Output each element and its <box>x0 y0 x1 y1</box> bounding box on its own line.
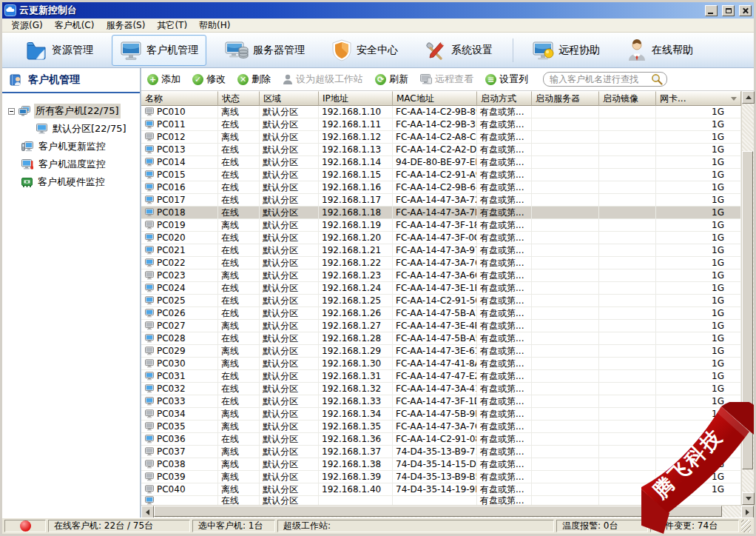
toolbar-online-help[interactable]: 在线帮助 <box>618 35 701 66</box>
table-row-pc027[interactable]: PC027离线默认分区192.168.1.27FC-AA-14-47-3E-4B… <box>141 320 741 332</box>
vertical-scrollbar[interactable] <box>741 91 754 505</box>
resize-grip[interactable] <box>741 520 751 532</box>
column-label: 状态 <box>222 93 240 105</box>
horizontal-scrollbar[interactable] <box>141 505 754 517</box>
table-row-pc028[interactable]: PC028在线默认分区192.168.1.28FC-AA-14-47-5B-A5… <box>141 332 741 345</box>
table-row-pc036[interactable]: PC036在线默认分区192.168.1.36FC-AA-14-C2-91-08… <box>141 433 741 446</box>
table-row-pc014[interactable]: PC014在线默认分区192.168.1.1494-DE-80-BE-97-EE… <box>141 156 741 169</box>
column-header-mac[interactable]: MAC地址 <box>393 91 477 106</box>
table-row-pc039[interactable]: PC039离线默认分区192.168.1.3974-D4-35-13-B9-B5… <box>141 471 741 483</box>
scroll-right-button[interactable] <box>741 506 754 518</box>
cell-status: 离线 <box>218 358 260 369</box>
modify-button[interactable]: ✓ 修改 <box>192 73 226 86</box>
minimize-button[interactable] <box>705 5 718 16</box>
table-row-pc019[interactable]: PC019离线默认分区192.168.1.19FC-AA-14-47-3F-18… <box>141 219 741 232</box>
toolbar-client-management[interactable]: 客户机管理 <box>112 35 206 66</box>
collapse-icon[interactable] <box>8 108 15 115</box>
refresh-button[interactable]: ⟳ 刷新 <box>375 73 408 86</box>
table-row-pc035[interactable]: PC035离线默认分区192.168.1.35FC-AA-14-47-3A-7C… <box>141 421 741 433</box>
vertical-scroll-track[interactable] <box>742 104 754 492</box>
table-row-pc015[interactable]: PC015在线默认分区192.168.1.15FC-AA-14-C2-91-A9… <box>141 169 741 181</box>
menu-resource[interactable]: 资源(G) <box>5 19 49 33</box>
cell-name: PC026 <box>141 307 218 319</box>
search-icon[interactable] <box>651 73 663 85</box>
search-input[interactable] <box>543 72 667 87</box>
tree-item-default-partition[interactable]: 默认分区[22/75] <box>2 120 140 138</box>
table-row-pc016[interactable]: PC016在线默认分区192.168.1.16FC-AA-14-C2-9B-64… <box>141 181 741 194</box>
cell-mac: 74-D4-35-14-15-D1 <box>393 458 477 470</box>
cell-boot-mode: 有盘或第... <box>477 194 532 206</box>
sidebar-title: 客户机管理 <box>28 73 80 87</box>
arrow-up-icon <box>746 96 752 99</box>
scroll-down-button[interactable] <box>742 492 755 505</box>
table-row-pc038[interactable]: PC038离线默认分区192.168.1.3874-D4-35-14-15-D1… <box>141 458 741 471</box>
delete-button[interactable]: ✕ 删除 <box>237 73 271 86</box>
cell-nic: 1G <box>656 446 741 458</box>
table-row-pc026[interactable]: PC026在线默认分区192.168.1.26FC-AA-14-47-5B-A1… <box>141 307 741 320</box>
table-row-pc020[interactable]: PC020在线默认分区192.168.1.20FC-AA-14-47-3F-0C… <box>141 232 741 244</box>
cell-boot-mode: 有盘或第... <box>477 408 532 420</box>
column-label: IP地址 <box>323 93 348 105</box>
set-super-workstation-button[interactable]: 设为超级工作站 <box>283 73 363 86</box>
table-row-pc021[interactable]: PC021在线默认分区192.168.1.21FC-AA-14-47-3A-97… <box>141 244 741 257</box>
scroll-up-button[interactable] <box>742 91 755 104</box>
column-header-nic[interactable]: 网卡... <box>656 91 741 106</box>
add-button[interactable]: + 添加 <box>147 73 180 86</box>
table-row-pc032[interactable]: PC032在线默认分区192.168.1.32FC-AA-14-47-3A-41… <box>141 383 741 395</box>
scroll-left-button[interactable] <box>141 506 154 518</box>
column-header-boot-server[interactable]: 启动服务器 <box>532 91 599 106</box>
table-row-pc040[interactable]: PC040离线默认分区192.168.1.4074-D4-35-14-19-9E… <box>141 483 741 496</box>
table-row-pc023[interactable]: PC023离线默认分区192.168.1.23FC-AA-14-47-3A-6C… <box>141 269 741 282</box>
table-row-pc024[interactable]: PC024在线默认分区192.168.1.24FC-AA-14-47-3E-1F… <box>141 282 741 295</box>
set-columns-button[interactable]: ≡ 设置列 <box>485 73 528 86</box>
toolbar-server-management[interactable]: 服务器管理 <box>217 35 313 66</box>
menu-other[interactable]: 其它(T) <box>151 19 193 33</box>
column-header-name[interactable]: 名称 <box>141 91 218 106</box>
table-row-pc010[interactable]: PC010离线默认分区192.168.1.10FC-AA-14-C2-9B-89… <box>141 106 741 118</box>
client-name: PC023 <box>157 270 186 281</box>
cell-region: 默认分区 <box>260 446 319 458</box>
close-button[interactable] <box>739 5 752 16</box>
cell-mac <box>393 496 477 505</box>
tree-item-hardware-monitor[interactable]: 客户机硬件监控 <box>2 173 140 191</box>
table-row-pc018[interactable]: PC018在线默认分区192.168.1.18FC-AA-14-47-3A-7E… <box>141 207 741 219</box>
toolbar-resource-management[interactable]: 资源管理 <box>17 35 101 66</box>
table-row-pc025[interactable]: PC025在线默认分区192.168.1.25FC-AA-14-C2-91-50… <box>141 295 741 307</box>
tree-item-temperature-monitor[interactable]: 客户机温度监控 <box>2 155 140 173</box>
menu-server[interactable]: 服务器(S) <box>100 19 151 33</box>
column-header-boot-image[interactable]: 启动镜像 <box>599 91 656 106</box>
column-header-region[interactable]: 区域 <box>260 91 319 106</box>
toolbar-remote-assist[interactable]: 远程协助 <box>524 35 608 66</box>
cell-nic <box>656 496 741 505</box>
column-header-status[interactable]: 状态 <box>218 91 260 106</box>
menu-help[interactable]: 帮助(H) <box>193 19 236 33</box>
table-row-pc031[interactable]: PC031在线默认分区192.168.1.31FC-AA-14-47-47-E2… <box>141 370 741 383</box>
horizontal-scroll-track[interactable] <box>154 506 741 517</box>
table-row-partial[interactable]: 在线默认分区有盘或第... <box>141 496 741 505</box>
client-online-icon <box>145 158 154 167</box>
table-row-pc037[interactable]: PC037离线默认分区192.168.1.3774-D4-35-13-B9-71… <box>141 446 741 458</box>
table-row-pc017[interactable]: PC017在线默认分区192.168.1.17FC-AA-14-47-3A-72… <box>141 194 741 207</box>
tree-item-all-clients[interactable]: 所有客户机[22/75] <box>2 102 140 120</box>
column-header-boot-mode[interactable]: 启动方式 <box>477 91 532 106</box>
toolbar-security-center[interactable]: 安全中心 <box>323 35 406 66</box>
table-row-pc022[interactable]: PC022在线默认分区192.168.1.22FC-AA-14-47-3A-76… <box>141 257 741 269</box>
cell-name: PC030 <box>141 358 218 369</box>
toolbar-system-settings[interactable]: 系统设置 <box>416 35 501 66</box>
menu-client[interactable]: 客户机(C) <box>49 19 101 33</box>
cell-nic: 1G <box>656 295 741 306</box>
table-row-pc034[interactable]: PC034离线默认分区192.168.1.34FC-AA-14-47-5B-9E… <box>141 408 741 421</box>
tree-item-update-monitor[interactable]: 客户机更新监控 <box>2 138 140 155</box>
vertical-scroll-thumb[interactable] <box>742 151 753 469</box>
table-row-pc012[interactable]: PC012离线默认分区192.168.1.12FC-AA-14-C2-A8-C4… <box>141 131 741 144</box>
maximize-button[interactable] <box>722 5 735 16</box>
cell-ip: 192.168.1.35 <box>319 421 393 432</box>
table-row-pc029[interactable]: PC029离线默认分区192.168.1.29FC-AA-14-47-3E-61… <box>141 345 741 358</box>
table-row-pc033[interactable]: PC033在线默认分区192.168.1.33FC-AA-14-47-3F-1D… <box>141 395 741 408</box>
table-row-pc030[interactable]: PC030离线默认分区192.168.1.30FC-AA-14-47-41-8A… <box>141 358 741 370</box>
remote-view-button[interactable]: 远程查看 <box>420 73 473 86</box>
column-header-ip[interactable]: IP地址 <box>319 91 393 106</box>
horizontal-scroll-thumb[interactable] <box>154 506 722 517</box>
table-row-pc013[interactable]: PC013在线默认分区192.168.1.13FC-AA-14-C2-A2-D7… <box>141 144 741 156</box>
table-row-pc011[interactable]: PC011在线默认分区192.168.1.11FC-AA-14-C2-9B-3D… <box>141 118 741 131</box>
